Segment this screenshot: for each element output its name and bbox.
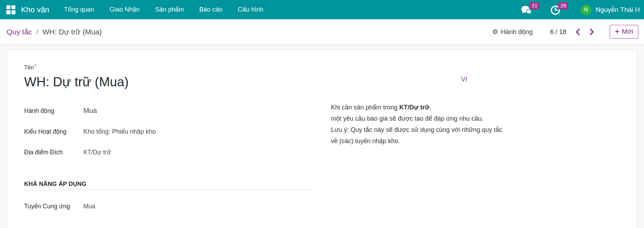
plus-icon: + [615,28,619,35]
applicability-section-header: KHẢ NĂNG ÁP DỤNG [24,181,314,190]
messages-badge: 21 [529,2,539,10]
rule-description-location-bold: KT/Dự trữ [399,104,429,111]
field-label-operation-type: Kiểu Hoạt động [24,128,83,135]
applicability-section-title: KHẢ NĂNG ÁP DỤNG [24,181,314,188]
pager-next-icon[interactable] [590,28,594,35]
help-icon: ? [34,64,36,68]
new-record-button[interactable]: + Mới [610,25,638,39]
breadcrumb-current: WH: Dự trữ (Mua) [42,28,102,36]
breadcrumb-separator: / [36,28,38,36]
field-label-route: Tuyến Cung ứng [24,203,83,210]
systray: 21 28 N Nguyễn Thái H [521,1,640,18]
field-label-destination-location: Địa điểm Đích [24,149,83,156]
name-field-label: Tên? [24,64,637,71]
field-label-action: Hành động [24,107,83,115]
user-avatar: N [581,5,591,15]
rule-description-note-line1: Lưu ý: Quy tắc này sẽ được sử dụng cùng … [331,124,502,135]
translation-language-badge[interactable]: VI [461,76,467,83]
field-group-applicability: Tuyến Cung ứng Mua [24,203,637,210]
menu-item-cau-hinh[interactable]: Cấu hình [238,6,263,13]
field-row-action: Hành động Mua [24,107,637,115]
top-navbar: Kho vận Tổng quan Giao Nhận Sản phẩm Báo… [0,0,644,19]
field-row-destination-location: Địa điểm Đích KT/Dự trữ [24,149,637,156]
apps-menu-icon[interactable] [6,5,15,14]
action-menu-label: Hành động [501,28,533,36]
action-menu-button[interactable]: ⚙ Hành động [492,28,533,36]
menu-item-giao-nhan[interactable]: Giao Nhận [110,6,140,13]
control-panel: Quy tắc / WH: Dự trữ (Mua) ⚙ Hành động 6… [0,19,644,45]
gear-icon: ⚙ [492,28,498,35]
rule-description: Khi cần sản phẩm trong KT/Dự trữ, một yê… [331,102,502,147]
main-menu: Tổng quan Giao Nhận Sản phẩm Báo cáo Cấu… [64,6,263,13]
form-sheet: Tên? WH: Dự trữ (Mua) Hành động Mua Kiểu… [7,49,637,228]
field-row-route: Tuyến Cung ứng Mua [24,203,637,210]
activities-badge: 28 [558,2,568,10]
user-menu[interactable]: N Nguyễn Thái H [581,5,640,15]
breadcrumb-parent-link[interactable]: Quy tắc [7,28,32,36]
rule-description-intro: Khi cần sản phẩm trong KT/Dự trữ, [331,102,502,113]
record-title[interactable]: WH: Dự trữ (Mua) [24,74,637,90]
breadcrumb: Quy tắc / WH: Dự trữ (Mua) [7,28,102,36]
messages-button[interactable]: 21 [521,1,537,18]
menu-item-san-pham[interactable]: Sản phẩm [155,6,184,13]
rule-description-line2: một yêu cầu báo giá sẽ được tạo để đáp ứ… [331,113,502,124]
field-value-destination-location[interactable]: KT/Dự trữ [83,149,111,156]
menu-item-tong-quan[interactable]: Tổng quan [64,6,94,13]
user-name: Nguyễn Thái H [596,6,640,14]
content-area: Tên? WH: Dự trữ (Mua) Hành động Mua Kiểu… [0,45,644,228]
field-value-route[interactable]: Mua [83,203,95,210]
field-value-action[interactable]: Mua [83,107,97,115]
menu-item-bao-cao[interactable]: Báo cáo [199,6,222,13]
activities-button[interactable]: 28 [550,1,566,18]
field-value-operation-type[interactable]: Kho tổng: Phiếu nhập kho [83,128,156,135]
pager [575,28,594,35]
pager-value[interactable]: 6 / 18 [550,28,566,36]
app-name[interactable]: Kho vận [21,5,49,14]
field-row-operation-type: Kiểu Hoạt động Kho tổng: Phiếu nhập kho [24,128,637,135]
new-record-button-label: Mới [622,28,633,35]
rule-description-note-line2: về (các) tuyến nhập kho. [331,135,502,147]
field-group-left: Hành động Mua Kiểu Hoạt động Kho tổng: P… [24,107,637,156]
pager-previous-icon[interactable] [575,28,580,35]
